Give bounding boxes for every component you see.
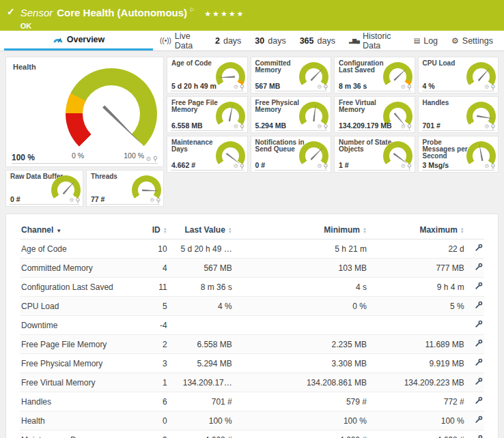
column-header-minimum[interactable]: Minimum▲▼ — [234, 221, 368, 239]
column-header-maximum[interactable]: Maximum▲▼ — [368, 221, 466, 239]
gear-icon[interactable]: ⚙ — [69, 197, 74, 204]
cell-last-value: 6.558 MB — [169, 335, 234, 354]
priority-flag-icon[interactable]: ⚐ — [189, 7, 195, 14]
column-header-channel[interactable]: Channel▼ — [20, 221, 145, 239]
gauge-tile-notifications-in-send-queue[interactable]: Notifications in Send Queue0 #⚙⚲ — [251, 136, 332, 173]
table-row-health[interactable]: Health0100 %100 %100 % — [20, 411, 484, 430]
edit-channel-icon[interactable] — [466, 392, 484, 411]
gear-icon[interactable]: ⚙ — [317, 163, 322, 170]
gear-icon[interactable]: ⚙ — [317, 123, 322, 130]
gear-icon[interactable]: ⚙ — [401, 163, 406, 170]
pin-icon[interactable]: ⚲ — [490, 163, 495, 170]
edit-channel-icon[interactable] — [466, 373, 484, 392]
gauge-tile-raw-data-buffer[interactable]: Raw Data Buffer0 #⚙⚲ — [5, 170, 83, 207]
priority-stars[interactable]: ★★★★★ — [204, 10, 244, 18]
table-row-free-physical-memory[interactable]: Free Physical Memory35.294 MB3.308 MB9.9… — [20, 354, 484, 373]
cell-channel: Free Page File Memory — [20, 335, 145, 354]
pin-icon[interactable]: ⚲ — [407, 123, 412, 130]
edit-channel-icon[interactable] — [466, 411, 484, 430]
pin-icon[interactable]: ⚲ — [240, 84, 244, 91]
pin-icon[interactable]: ⚲ — [407, 84, 412, 91]
table-row-committed-memory[interactable]: Committed Memory4567 MB103 MB777 MB — [20, 259, 484, 278]
edit-channel-icon[interactable] — [466, 278, 484, 297]
edit-channel-icon[interactable] — [466, 354, 484, 373]
gauge-tile-probe-messages-per-second[interactable]: Probe Messages per Second3 Msg/s⚙⚲ — [418, 136, 499, 173]
gauge-tile-free-virtual-memory[interactable]: Free Virtual Memory134.209.179 MB⚙⚲ — [334, 96, 415, 133]
cell-id: -4 — [145, 316, 169, 335]
gear-icon[interactable]: ⚙ — [317, 84, 322, 91]
pin-icon[interactable]: ⚲ — [323, 163, 328, 170]
table-row-configuration-last-saved[interactable]: Configuration Last Saved118 m 36 s4 s9 h… — [20, 278, 484, 297]
health-gauge-tile[interactable]: Health 0 % 100 % 100 % ⚙⚲ — [5, 57, 164, 167]
edit-channel-icon[interactable] — [466, 259, 484, 278]
gear-icon[interactable]: ⚙ — [146, 156, 152, 162]
cell-maximum — [368, 316, 466, 335]
cell-minimum: 103 MB — [234, 259, 368, 278]
gauge-tile-age-of-code[interactable]: Age of Code5 d 20 h 49 m⚙⚲ — [167, 57, 248, 93]
pin-icon[interactable]: ⚲ — [323, 84, 328, 91]
gauge-tile-free-physical-memory[interactable]: Free Physical Memory5.294 MB⚙⚲ — [251, 96, 332, 133]
tab-label: days — [223, 36, 241, 46]
cell-channel: CPU Load — [20, 297, 145, 316]
gauge-tile-maintenance-days[interactable]: Maintenance Days4.662 #⚙⚲ — [167, 136, 248, 173]
column-header-last-value[interactable]: Last Value▲▼ — [169, 221, 234, 239]
edit-channel-icon[interactable] — [466, 239, 484, 259]
tab-overview[interactable]: Overview — [4, 31, 153, 50]
tab-30-days[interactable]: 30days — [248, 31, 292, 50]
gauge-tile-threads[interactable]: Threads77 #⚙⚲ — [86, 170, 164, 207]
pin-icon[interactable]: ⚲ — [75, 197, 80, 204]
gear-icon[interactable]: ⚙ — [234, 123, 238, 130]
gear-icon[interactable]: ⚙ — [484, 84, 489, 91]
gear-icon[interactable]: ⚙ — [484, 123, 489, 130]
pin-icon[interactable]: ⚲ — [490, 84, 495, 91]
gauge-tile-committed-memory[interactable]: Committed Memory567 MB⚙⚲ — [251, 57, 332, 93]
gear-icon[interactable]: ⚙ — [234, 84, 238, 91]
pin-icon[interactable]: ⚲ — [490, 123, 495, 130]
gauge-tile-number-of-state-objects[interactable]: Number of State Objects1 #⚙⚲ — [334, 136, 415, 173]
table-row-downtime[interactable]: Downtime-4 — [20, 316, 484, 335]
cell-channel: Free Virtual Memory — [20, 373, 145, 392]
column-header-label: Last Value — [184, 225, 225, 235]
tab-settings[interactable]: ⚙Settings — [445, 31, 500, 50]
table-row-handles[interactable]: Handles6701 #579 #772 # — [20, 392, 484, 411]
table-row-free-page-file-memory[interactable]: Free Page File Memory26.558 MB2.235 MB11… — [20, 335, 484, 354]
gear-icon[interactable]: ⚙ — [484, 163, 489, 170]
tab-2-days[interactable]: 2days — [208, 31, 248, 50]
gear-icon[interactable]: ⚙ — [401, 123, 406, 130]
cell-id: 11 — [145, 278, 169, 297]
gear-icon[interactable]: ⚙ — [401, 84, 406, 91]
table-row-age-of-code[interactable]: Age of Code105 d 20 h 49 …5 h 21 m22 d — [20, 239, 484, 259]
tab-number: 365 — [300, 36, 314, 46]
table-row-free-virtual-memory[interactable]: Free Virtual Memory1134.209.17…134.208.8… — [20, 373, 484, 392]
pin-icon[interactable]: ⚲ — [240, 123, 244, 130]
chart-icon: ▂▆▄ — [349, 38, 359, 44]
column-header-id[interactable]: ID▲▼ — [145, 221, 169, 239]
pin-icon[interactable]: ⚲ — [407, 163, 412, 170]
tab-365-days[interactable]: 365days — [293, 31, 342, 50]
cell-channel: Configuration Last Saved — [20, 278, 145, 297]
cell-last-value: 134.209.17… — [169, 373, 234, 392]
pin-icon[interactable]: ⚲ — [156, 197, 160, 204]
tile-icons: ⚙⚲ — [234, 163, 244, 170]
gauge-tile-free-page-file-memory[interactable]: Free Page File Memory6.558 MB⚙⚲ — [167, 96, 248, 133]
gear-icon[interactable]: ⚙ — [150, 197, 154, 204]
table-row-cpu-load[interactable]: CPU Load54 %0 %5 % — [20, 297, 484, 316]
table-row-maintenance-days[interactable]: Maintenance Days94.662 #4.662 #4.698 # — [20, 430, 484, 438]
tab-live-data[interactable]: ((•))Live Data — [153, 31, 208, 50]
pin-icon[interactable]: ⚲ — [240, 163, 244, 170]
edit-channel-icon[interactable] — [466, 316, 484, 335]
edit-channel-icon[interactable] — [466, 430, 484, 438]
tab-historic-data[interactable]: ▂▆▄Historic Data — [342, 31, 407, 50]
pin-icon[interactable]: ⚲ — [153, 155, 158, 162]
gauge-tile-title: Age of Code — [171, 60, 225, 67]
gear-icon[interactable]: ⚙ — [234, 163, 238, 170]
tile-icons: ⚙⚲ — [150, 197, 160, 204]
tile-icons: ⚙⚲ — [401, 123, 412, 130]
tab-log[interactable]: ▤Log — [407, 31, 445, 50]
gauge-tile-configuration-last-saved[interactable]: Configuration Last Saved8 m 36 s⚙⚲ — [334, 57, 415, 93]
edit-channel-icon[interactable] — [466, 335, 484, 354]
edit-channel-icon[interactable] — [466, 297, 484, 316]
pin-icon[interactable]: ⚲ — [323, 123, 328, 130]
gauge-tile-cpu-load[interactable]: CPU Load4 %⚙⚲ — [418, 57, 499, 93]
gauge-tile-handles[interactable]: Handles701 #⚙⚲ — [418, 96, 499, 133]
